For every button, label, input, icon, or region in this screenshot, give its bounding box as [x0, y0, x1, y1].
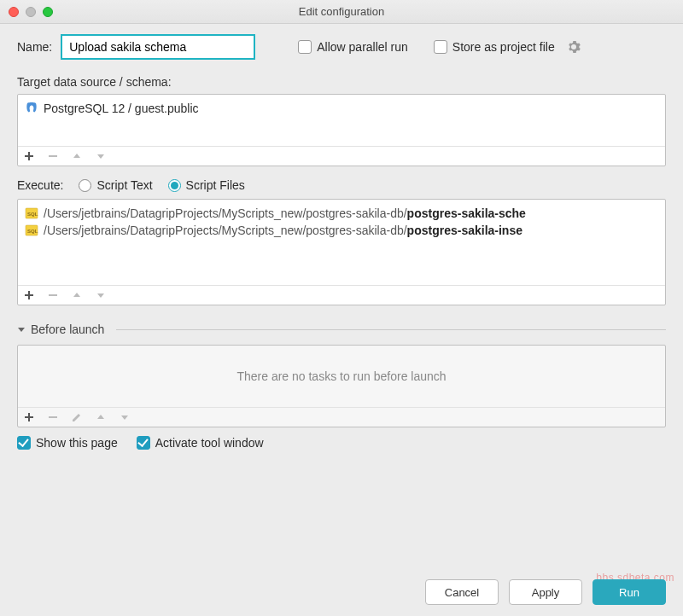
postgres-icon [25, 102, 38, 115]
data-source-text: PostgreSQL 12 / guest.public [44, 102, 199, 115]
down-icon[interactable] [119, 411, 131, 423]
add-icon[interactable] [23, 411, 35, 423]
add-icon[interactable] [23, 150, 35, 162]
execute-label: Execute: [17, 178, 63, 192]
store-project-checkbox[interactable] [434, 40, 447, 54]
up-icon[interactable] [71, 150, 83, 162]
down-icon[interactable] [95, 289, 107, 301]
before-launch-toolbar [18, 407, 665, 427]
up-icon[interactable] [71, 289, 83, 301]
name-label: Name: [17, 40, 52, 54]
remove-icon[interactable] [47, 289, 59, 301]
script-file-item[interactable]: SQL /Users/jetbrains/DatagripProjects/My… [25, 205, 658, 222]
script-files-label: Script Files [186, 178, 245, 192]
show-page-checkbox[interactable] [17, 436, 31, 450]
activate-tool-checkbox[interactable] [137, 436, 150, 450]
remove-icon[interactable] [47, 411, 59, 423]
edit-icon[interactable] [71, 411, 83, 423]
script-files-list[interactable]: SQL /Users/jetbrains/DatagripProjects/My… [17, 199, 666, 305]
allow-parallel-checkbox[interactable] [298, 40, 312, 54]
before-launch-label: Before launch [31, 323, 104, 336]
down-icon[interactable] [95, 150, 107, 162]
before-launch-empty: There are no tasks to run before launch [18, 346, 665, 407]
show-page-label: Show this page [36, 436, 118, 450]
svg-text:SQL: SQL [27, 212, 38, 217]
titlebar: Edit configuration [0, 0, 683, 24]
script-files-radio[interactable]: Script Files [168, 178, 245, 192]
allow-parallel-label: Allow parallel run [317, 40, 408, 54]
sql-file-icon: SQL [25, 224, 38, 237]
activate-tool-label: Activate tool window [155, 436, 264, 450]
apply-button[interactable]: Apply [509, 579, 582, 605]
target-toolbar [18, 146, 665, 166]
remove-icon[interactable] [47, 150, 59, 162]
run-button[interactable]: Run [593, 579, 666, 605]
script-file-item[interactable]: SQL /Users/jetbrains/DatagripProjects/My… [25, 222, 658, 239]
script-text-radio[interactable]: Script Text [79, 178, 152, 192]
footer: Cancel Apply Run [0, 568, 683, 616]
cancel-button[interactable]: Cancel [425, 579, 499, 605]
sql-file-icon: SQL [25, 206, 38, 220]
before-launch-list: There are no tasks to run before launch [17, 345, 666, 427]
before-launch-header[interactable]: Before launch [17, 323, 666, 336]
target-label: Target data source / schema: [17, 75, 666, 89]
divider [116, 329, 666, 330]
store-project-label: Store as project file [452, 40, 555, 54]
chevron-down-icon [17, 325, 26, 334]
up-icon[interactable] [95, 411, 107, 423]
add-icon[interactable] [23, 289, 35, 301]
target-data-source-list[interactable]: PostgreSQL 12 / guest.public [17, 94, 666, 166]
name-input[interactable] [61, 34, 255, 60]
script-text-label: Script Text [96, 178, 152, 192]
gear-icon[interactable] [567, 40, 581, 54]
window-title: Edit configuration [0, 5, 683, 18]
scripts-toolbar [18, 285, 665, 305]
svg-text:SQL: SQL [27, 229, 38, 234]
data-source-item[interactable]: PostgreSQL 12 / guest.public [25, 100, 658, 117]
